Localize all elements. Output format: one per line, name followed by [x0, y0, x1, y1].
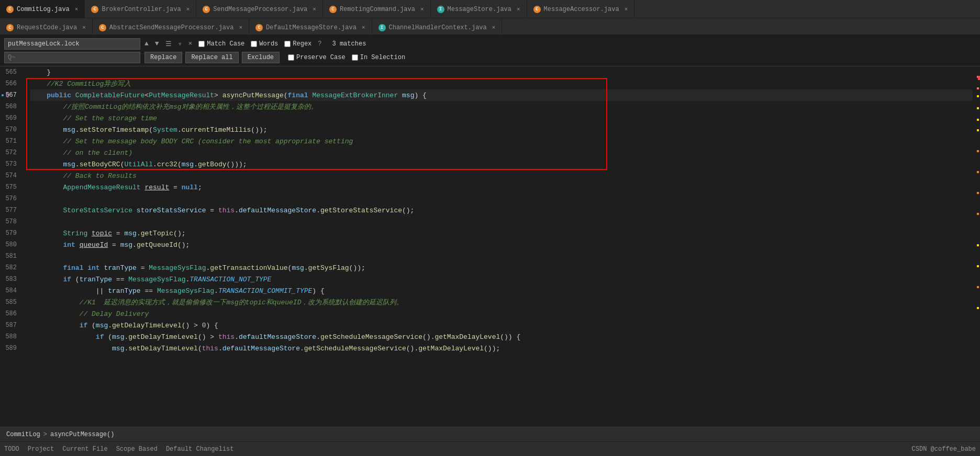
nav-prev-icon[interactable]: ▲ [142, 39, 151, 49]
code-line-572: // on the client) [30, 147, 973, 158]
tab-abstractsend[interactable]: C AbstractSendMessageProcessor.java × [93, 18, 249, 35]
tab-requestcode[interactable]: C RequestCode.java × [0, 18, 93, 35]
tab-close-sendmsg[interactable]: × [313, 6, 316, 13]
search-find-row: ▲ ▼ ☰ ▿ × Match Case Words Regex ? 3 mat… [4, 38, 976, 50]
project-tab-label[interactable]: Project [28, 446, 54, 453]
gutter-568: 568 [0, 101, 21, 112]
code-line-584: || tranType == MessageSysFlag.TRANSACTIO… [30, 285, 973, 297]
code-line-583: if (tranType == MessageSysFlag.TRANSACTI… [30, 273, 973, 285]
tab-close-abstractsend[interactable]: × [239, 25, 242, 31]
default-changelist-tab-label[interactable]: Default Changelist [166, 446, 234, 453]
regex-checkbox[interactable] [284, 41, 291, 47]
todo-bar: TODO Project Current File Scope Based De… [0, 441, 980, 456]
code-line-581 [30, 250, 973, 262]
tab-icon-sendmsg: C [203, 6, 210, 13]
tab-close-commitlog[interactable]: × [75, 6, 79, 13]
search-bar: ▲ ▼ ☰ ▿ × Match Case Words Regex ? 3 mat… [0, 35, 980, 66]
tab-label-sendmsg: SendMessageProcessor.java [213, 6, 307, 13]
tab-broker[interactable]: C BrokerController.java × [85, 0, 196, 18]
tab-sendmsg[interactable]: C SendMessageProcessor.java × [196, 0, 323, 18]
code-line-582: final int tranType = MessageSysFlag.getT… [30, 262, 973, 273]
scroll-indicator-13 [977, 286, 979, 288]
gutter-584: 584 [0, 285, 21, 297]
preserve-case-checkbox[interactable] [288, 54, 294, 61]
tab-close-defaultmsgstore[interactable]: × [362, 25, 365, 31]
scrollbar-panel[interactable] [973, 66, 980, 427]
tab-msgstore[interactable]: I MessageStore.java × [431, 0, 527, 18]
replace-all-button[interactable]: Replace all [185, 52, 238, 63]
scope-based-tab-label[interactable]: Scope Based [116, 446, 158, 453]
tab-icon-broker: C [91, 6, 98, 13]
scroll-indicator-2 [977, 87, 979, 89]
tab-icon-defaultmsgstore: C [255, 24, 263, 31]
tab-label-broker: BrokerController.java [102, 6, 181, 13]
gutter-589: 589 [0, 343, 21, 354]
gutter-582: 582 [0, 262, 21, 273]
code-area: 565 566 ● @ 567 568 569 570 571 572 573 … [0, 66, 980, 427]
code-line-577: StoreStatsService storeStatsService = th… [30, 204, 973, 216]
tab-commitlog[interactable]: C CommitLog.java × [0, 0, 85, 18]
gutter-576: 576 [0, 193, 21, 204]
tab-label-channelhandler: ChannelHandlerContext.java [389, 24, 487, 31]
in-selection-checkbox[interactable] [352, 54, 358, 61]
tab-label-commitlog: CommitLog.java [17, 6, 70, 13]
scroll-indicator-9 [977, 192, 979, 194]
tab-close-msgstore[interactable]: × [517, 6, 520, 13]
preserve-case-label: Preserve Case [296, 54, 346, 61]
todo-tab-label[interactable]: TODO [4, 446, 19, 453]
scroll-indicator-10 [977, 213, 979, 215]
nav-next-icon[interactable]: ▼ [153, 39, 161, 49]
words-checkbox[interactable] [251, 41, 257, 47]
search-replace-input[interactable] [4, 52, 140, 63]
search-find-input[interactable] [4, 38, 140, 50]
scroll-indicator-6 [977, 129, 979, 131]
code-content[interactable]: } //K2 CommitLog异步写入 public CompletableF… [26, 66, 973, 427]
search-close-icon[interactable]: × [186, 39, 194, 49]
tab-label-msgaccessor: MessageAccessor.java [544, 6, 619, 13]
search-options: Match Case Words Regex ? 3 matches [198, 40, 366, 48]
words-option[interactable]: Words [251, 40, 278, 48]
gutter-583: 583 [0, 273, 21, 285]
gutter-573: 573 [0, 158, 21, 170]
gutter-585: 585 [0, 297, 21, 308]
tab-close-broker[interactable]: × [186, 6, 190, 13]
tab-defaultmsgstore[interactable]: C DefaultMessageStore.java × [249, 18, 372, 35]
tab-channelhandler[interactable]: I ChannelHandlerContext.java × [372, 18, 503, 35]
tab-msgaccessor[interactable]: C MessageAccessor.java × [527, 0, 635, 18]
breadcrumb-file: CommitLog [6, 431, 40, 438]
in-selection-option[interactable]: In Selection [352, 54, 405, 61]
match-case-option[interactable]: Match Case [198, 40, 244, 48]
code-line-574: // Back to Results [30, 170, 973, 181]
preserve-case-option[interactable]: Preserve Case [288, 54, 346, 61]
tab-bar-top: C CommitLog.java × C BrokerController.ja… [0, 0, 980, 18]
current-file-tab-label[interactable]: Current File [62, 446, 107, 453]
search-list-icon[interactable]: ☰ [163, 39, 174, 49]
gutter-575: 575 [0, 181, 21, 193]
replace-button[interactable]: Replace [144, 52, 182, 63]
tab-close-channelhandler[interactable]: × [492, 25, 496, 31]
tab-close-msgaccessor[interactable]: × [625, 6, 628, 13]
gutter-574: 574 [0, 170, 21, 181]
code-line-586: // Delay Delivery [30, 308, 973, 320]
regex-option[interactable]: Regex [284, 40, 311, 48]
tab-label-abstractsend: AbstractSendMessageProcessor.java [109, 24, 234, 31]
code-line-571: // Set the message body BODY CRC (consid… [30, 135, 973, 147]
search-filter-icon[interactable]: ▿ [176, 39, 184, 49]
tab-label-defaultmsgstore: DefaultMessageStore.java [266, 24, 357, 31]
status-right-text: CSDN @coffee_babe [912, 446, 976, 453]
tab-label-msgstore: MessageStore.java [448, 6, 511, 13]
match-case-checkbox[interactable] [198, 41, 205, 47]
scroll-indicator-8 [977, 171, 979, 173]
scroll-indicator-12 [977, 265, 979, 267]
gutter-567: ● @ 567 [0, 89, 21, 101]
exclude-button[interactable]: Exclude [242, 52, 280, 63]
tab-close-remoting[interactable]: × [420, 6, 424, 13]
tab-icon-abstractsend: C [99, 24, 106, 31]
code-line-573: msg.setBodyCRC(UtilAll.crc32(msg.getBody… [30, 158, 973, 170]
code-line-576 [30, 193, 973, 204]
breadcrumb: CommitLog > asyncPutMessage() [0, 427, 980, 441]
tab-remoting[interactable]: C RemotingCommand.java × [323, 0, 431, 18]
tab-close-requestcode[interactable]: × [82, 25, 86, 31]
scroll-indicator-7 [977, 150, 979, 152]
scroll-indicator-11 [977, 244, 979, 246]
